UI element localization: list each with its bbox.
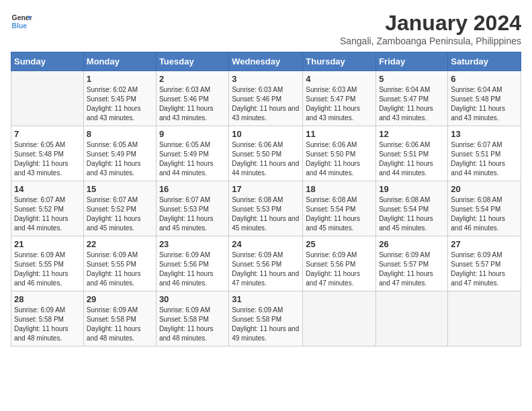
page-header: General Blue January 2024 Sangali, Zambo… <box>11 11 521 46</box>
calendar-cell: 30Sunrise: 6:09 AMSunset: 5:58 PMDayligh… <box>156 291 228 347</box>
day-info: Sunrise: 6:09 AMSunset: 5:57 PMDaylight:… <box>451 250 518 288</box>
calendar-cell: 3Sunrise: 6:03 AMSunset: 5:46 PMDaylight… <box>229 71 303 126</box>
calendar-cell <box>11 71 84 126</box>
calendar-cell: 6Sunrise: 6:04 AMSunset: 5:48 PMDaylight… <box>448 71 521 126</box>
calendar-cell <box>376 291 448 347</box>
day-number: 14 <box>14 184 81 194</box>
day-info: Sunrise: 6:05 AMSunset: 5:49 PMDaylight:… <box>87 140 153 178</box>
day-number: 2 <box>159 74 226 84</box>
day-info: Sunrise: 6:09 AMSunset: 5:55 PMDaylight:… <box>87 250 153 288</box>
calendar-cell: 10Sunrise: 6:06 AMSunset: 5:50 PMDayligh… <box>229 126 303 181</box>
day-number: 25 <box>306 239 373 249</box>
calendar-cell: 5Sunrise: 6:04 AMSunset: 5:47 PMDaylight… <box>376 71 448 126</box>
calendar-cell: 18Sunrise: 6:08 AMSunset: 5:54 PMDayligh… <box>303 181 376 236</box>
day-number: 9 <box>159 129 226 139</box>
day-info: Sunrise: 6:06 AMSunset: 5:50 PMDaylight:… <box>232 140 300 178</box>
calendar-cell: 16Sunrise: 6:07 AMSunset: 5:53 PMDayligh… <box>156 181 228 236</box>
day-info: Sunrise: 6:08 AMSunset: 5:54 PMDaylight:… <box>379 195 445 233</box>
svg-text:Blue: Blue <box>12 22 28 30</box>
calendar-week-3: 14Sunrise: 6:07 AMSunset: 5:52 PMDayligh… <box>11 181 521 236</box>
calendar-cell: 28Sunrise: 6:09 AMSunset: 5:58 PMDayligh… <box>11 291 84 347</box>
day-info: Sunrise: 6:08 AMSunset: 5:53 PMDaylight:… <box>232 195 300 233</box>
logo: General Blue <box>11 11 32 32</box>
calendar-cell: 17Sunrise: 6:08 AMSunset: 5:53 PMDayligh… <box>229 181 303 236</box>
day-number: 15 <box>87 184 153 194</box>
day-number: 23 <box>159 239 226 249</box>
calendar-table: SundayMondayTuesdayWednesdayThursdayFrid… <box>11 52 521 347</box>
weekday-header-thursday: Thursday <box>303 52 376 71</box>
logo-icon: General Blue <box>11 11 32 32</box>
calendar-cell <box>303 291 376 347</box>
day-info: Sunrise: 6:09 AMSunset: 5:56 PMDaylight:… <box>232 250 300 288</box>
calendar-cell: 11Sunrise: 6:06 AMSunset: 5:50 PMDayligh… <box>303 126 376 181</box>
day-info: Sunrise: 6:07 AMSunset: 5:52 PMDaylight:… <box>14 195 81 233</box>
calendar-cell: 8Sunrise: 6:05 AMSunset: 5:49 PMDaylight… <box>83 126 156 181</box>
day-number: 5 <box>379 74 445 84</box>
day-number: 8 <box>87 129 153 139</box>
calendar-cell: 9Sunrise: 6:05 AMSunset: 5:49 PMDaylight… <box>156 126 228 181</box>
day-number: 6 <box>451 74 518 84</box>
weekday-header-wednesday: Wednesday <box>229 52 303 71</box>
calendar-week-2: 7Sunrise: 6:05 AMSunset: 5:48 PMDaylight… <box>11 126 521 181</box>
day-number: 31 <box>232 294 300 304</box>
day-number: 4 <box>306 74 373 84</box>
calendar-cell <box>448 291 521 347</box>
calendar-cell: 12Sunrise: 6:06 AMSunset: 5:51 PMDayligh… <box>376 126 448 181</box>
day-info: Sunrise: 6:04 AMSunset: 5:47 PMDaylight:… <box>379 85 445 123</box>
calendar-cell: 4Sunrise: 6:03 AMSunset: 5:47 PMDaylight… <box>303 71 376 126</box>
calendar-cell: 14Sunrise: 6:07 AMSunset: 5:52 PMDayligh… <box>11 181 84 236</box>
day-info: Sunrise: 6:09 AMSunset: 5:58 PMDaylight:… <box>87 306 153 343</box>
day-info: Sunrise: 6:09 AMSunset: 5:56 PMDaylight:… <box>159 250 226 288</box>
day-info: Sunrise: 6:04 AMSunset: 5:48 PMDaylight:… <box>451 85 518 123</box>
weekday-header-monday: Monday <box>83 52 156 71</box>
day-info: Sunrise: 6:09 AMSunset: 5:57 PMDaylight:… <box>379 250 445 288</box>
calendar-cell: 29Sunrise: 6:09 AMSunset: 5:58 PMDayligh… <box>83 291 156 347</box>
calendar-cell: 13Sunrise: 6:07 AMSunset: 5:51 PMDayligh… <box>448 126 521 181</box>
calendar-cell: 2Sunrise: 6:03 AMSunset: 5:46 PMDaylight… <box>156 71 228 126</box>
day-info: Sunrise: 6:08 AMSunset: 5:54 PMDaylight:… <box>306 195 373 233</box>
day-number: 20 <box>451 184 518 194</box>
day-number: 19 <box>379 184 445 194</box>
calendar-cell: 31Sunrise: 6:09 AMSunset: 5:58 PMDayligh… <box>229 291 303 347</box>
day-info: Sunrise: 6:02 AMSunset: 5:45 PMDaylight:… <box>87 85 153 123</box>
weekday-header-friday: Friday <box>376 52 448 71</box>
calendar-week-5: 28Sunrise: 6:09 AMSunset: 5:58 PMDayligh… <box>11 291 521 347</box>
day-info: Sunrise: 6:03 AMSunset: 5:46 PMDaylight:… <box>232 85 300 123</box>
calendar-cell: 20Sunrise: 6:08 AMSunset: 5:54 PMDayligh… <box>448 181 521 236</box>
weekday-header-row: SundayMondayTuesdayWednesdayThursdayFrid… <box>11 52 521 71</box>
day-info: Sunrise: 6:09 AMSunset: 5:56 PMDaylight:… <box>306 250 373 288</box>
calendar-cell: 24Sunrise: 6:09 AMSunset: 5:56 PMDayligh… <box>229 236 303 291</box>
day-number: 24 <box>232 239 300 249</box>
day-info: Sunrise: 6:05 AMSunset: 5:48 PMDaylight:… <box>14 140 81 178</box>
calendar-cell: 26Sunrise: 6:09 AMSunset: 5:57 PMDayligh… <box>376 236 448 291</box>
day-number: 10 <box>232 129 300 139</box>
calendar-cell: 15Sunrise: 6:07 AMSunset: 5:52 PMDayligh… <box>83 181 156 236</box>
day-number: 3 <box>232 74 300 84</box>
calendar-cell: 23Sunrise: 6:09 AMSunset: 5:56 PMDayligh… <box>156 236 228 291</box>
day-info: Sunrise: 6:08 AMSunset: 5:54 PMDaylight:… <box>451 195 518 233</box>
day-info: Sunrise: 6:03 AMSunset: 5:46 PMDaylight:… <box>159 85 226 123</box>
day-number: 22 <box>87 239 153 249</box>
day-info: Sunrise: 6:07 AMSunset: 5:51 PMDaylight:… <box>451 140 518 178</box>
day-number: 11 <box>306 129 373 139</box>
day-number: 18 <box>306 184 373 194</box>
calendar-cell: 1Sunrise: 6:02 AMSunset: 5:45 PMDaylight… <box>83 71 156 126</box>
calendar-cell: 7Sunrise: 6:05 AMSunset: 5:48 PMDaylight… <box>11 126 84 181</box>
calendar-week-1: 1Sunrise: 6:02 AMSunset: 5:45 PMDaylight… <box>11 71 521 126</box>
day-number: 29 <box>87 294 153 304</box>
calendar-cell: 22Sunrise: 6:09 AMSunset: 5:55 PMDayligh… <box>83 236 156 291</box>
day-info: Sunrise: 6:05 AMSunset: 5:49 PMDaylight:… <box>159 140 226 178</box>
day-number: 28 <box>14 294 81 304</box>
day-info: Sunrise: 6:09 AMSunset: 5:58 PMDaylight:… <box>159 306 226 343</box>
month-title: January 2024 <box>340 11 521 36</box>
calendar-cell: 19Sunrise: 6:08 AMSunset: 5:54 PMDayligh… <box>376 181 448 236</box>
day-number: 7 <box>14 129 81 139</box>
day-info: Sunrise: 6:09 AMSunset: 5:55 PMDaylight:… <box>14 250 81 288</box>
title-block: January 2024 Sangali, Zamboanga Peninsul… <box>340 11 521 46</box>
weekday-header-tuesday: Tuesday <box>156 52 228 71</box>
day-info: Sunrise: 6:09 AMSunset: 5:58 PMDaylight:… <box>232 306 300 343</box>
day-number: 17 <box>232 184 300 194</box>
day-number: 27 <box>451 239 518 249</box>
calendar-cell: 25Sunrise: 6:09 AMSunset: 5:56 PMDayligh… <box>303 236 376 291</box>
day-number: 30 <box>159 294 226 304</box>
